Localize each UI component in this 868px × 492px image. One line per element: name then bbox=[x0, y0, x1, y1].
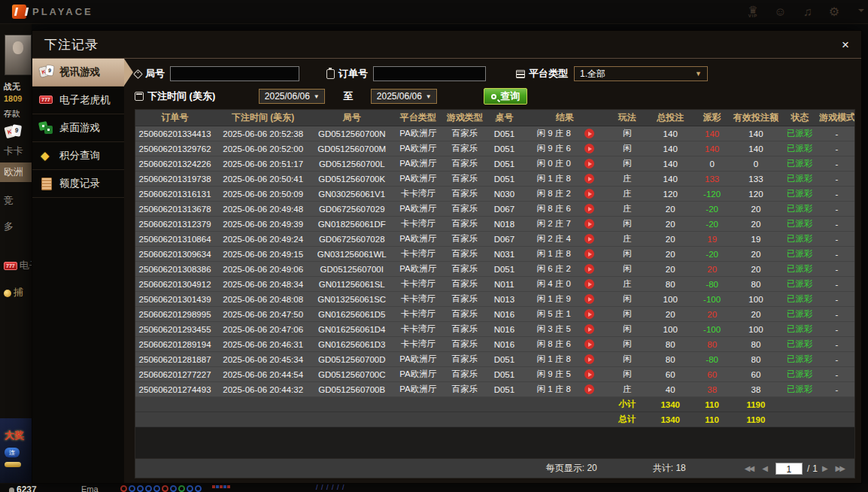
cell-table: D051 bbox=[486, 159, 524, 169]
cell-platform: PA欧洲厅 bbox=[392, 233, 444, 244]
replay-video-button[interactable] bbox=[584, 129, 594, 138]
replay-video-button[interactable] bbox=[584, 324, 594, 334]
road-dot-red bbox=[162, 485, 168, 492]
cell-game: 百家乐 bbox=[444, 323, 485, 335]
cell-table: D051 bbox=[486, 355, 524, 364]
sidebar-tab-4[interactable]: 额度记录 bbox=[32, 170, 124, 198]
bet-records-modal: 下注记录 × 视讯游戏电子老虎机桌面游戏积分查询额度记录 局号 订单号 平台类型 bbox=[32, 30, 862, 484]
cell-order: 250606201313678 bbox=[135, 205, 214, 214]
cell-round: GD0512560700K bbox=[311, 175, 392, 184]
nav-item-kaka[interactable]: 卡卡 bbox=[4, 144, 23, 158]
cell-round: GD0512560700I bbox=[311, 265, 392, 274]
replay-video-button[interactable] bbox=[584, 249, 594, 259]
table-row: 2506062013083862025-06-06 20:49:06GD0512… bbox=[135, 262, 854, 277]
promo-banner[interactable]: 大奖 连 bbox=[0, 418, 32, 483]
cell-payout: -20 bbox=[693, 205, 732, 214]
cell-order: 250606201319738 bbox=[135, 175, 214, 184]
cell-total_bet: 140 bbox=[648, 159, 693, 169]
sidebar-tab-2[interactable]: 桌面游戏 bbox=[32, 114, 124, 142]
cell-table: D051 bbox=[486, 265, 524, 274]
cell-valid_bet: 19 bbox=[731, 235, 780, 244]
nav-item-duo[interactable]: 多 bbox=[4, 220, 14, 233]
road-dot-red bbox=[120, 485, 127, 492]
next-page-icon[interactable]: ▶ bbox=[822, 464, 827, 472]
result-text: 闲 2 庄 7 bbox=[523, 218, 584, 229]
cell-result: 闲 9 庄 8 bbox=[523, 128, 606, 139]
replay-video-button[interactable] bbox=[584, 369, 594, 379]
sidebar-tab-0[interactable]: 视讯游戏 bbox=[32, 59, 124, 87]
sidebar-tab-3[interactable]: 积分查询 bbox=[32, 142, 124, 170]
cell-valid_bet: 20 bbox=[731, 265, 780, 274]
order-number-input[interactable] bbox=[373, 66, 486, 81]
replay-video-button[interactable] bbox=[584, 234, 594, 244]
date-to-picker[interactable]: 2025/06/06 ▼ bbox=[371, 89, 437, 104]
close-icon[interactable]: × bbox=[842, 38, 849, 51]
sidebar-tab-1[interactable]: 电子老虎机 bbox=[32, 87, 124, 114]
cell-platform: 卡卡湾厅 bbox=[392, 278, 444, 290]
lobby-bottom-strip: 6237 Ema / / / / / / bbox=[0, 484, 868, 492]
cell-result: 闲 5 庄 1 bbox=[523, 308, 606, 320]
nav-item-fishing[interactable]: 捕 bbox=[4, 286, 23, 299]
replay-video-button[interactable] bbox=[584, 204, 594, 214]
customer-service-icon[interactable]: ☺ bbox=[774, 6, 786, 18]
replay-video-button[interactable] bbox=[584, 159, 594, 169]
table-row: 2506062013197382025-06-06 20:50:41GD0512… bbox=[135, 172, 854, 187]
cell-valid_bet: 60 bbox=[731, 370, 780, 379]
last-page-icon[interactable]: ▶▶ bbox=[836, 464, 844, 472]
settings-gear-icon[interactable]: ⚙ bbox=[829, 6, 839, 18]
cell-payout: 20 bbox=[693, 310, 732, 319]
cell-payout: -20 bbox=[693, 220, 732, 229]
first-page-icon[interactable]: ◀◀ bbox=[745, 464, 753, 472]
cell-total_bet: 100 bbox=[648, 325, 693, 334]
vip-icon[interactable]: ♛ VIP bbox=[748, 6, 758, 18]
result-text: 闲 8 庄 2 bbox=[523, 188, 584, 199]
replay-video-button[interactable] bbox=[584, 144, 594, 153]
date-from-picker[interactable]: 2025/06/06 ▼ bbox=[259, 89, 325, 104]
cell-table: N016 bbox=[486, 325, 524, 334]
cell-table: N031 bbox=[486, 250, 524, 259]
cell-mode: - bbox=[819, 220, 854, 229]
deposit-button[interactable]: 存款 bbox=[4, 108, 20, 120]
dealer-name: Ema bbox=[81, 484, 99, 492]
cell-status: 已派彩 bbox=[780, 369, 819, 380]
replay-video-button[interactable] bbox=[584, 264, 594, 274]
column-header-game: 游戏类型 bbox=[444, 111, 485, 124]
round-number-input[interactable] bbox=[170, 66, 299, 81]
replay-video-button[interactable] bbox=[584, 309, 594, 319]
video-games-icon[interactable]: K9 bbox=[5, 125, 23, 140]
search-button[interactable]: 查询 bbox=[484, 88, 527, 105]
replay-video-button[interactable] bbox=[584, 219, 594, 229]
prev-page-icon[interactable]: ◀ bbox=[762, 464, 766, 472]
page-number-input[interactable]: 1 bbox=[775, 463, 803, 475]
cell-mode: - bbox=[819, 370, 854, 379]
cell-valid_bet: 80 bbox=[731, 355, 780, 364]
replay-video-button[interactable] bbox=[584, 339, 594, 349]
replay-video-button[interactable] bbox=[584, 384, 594, 394]
filter-row-2: 下注时间 (美东) 2025/06/06 ▼ 至 2025/06/06 ▼ 查询 bbox=[135, 88, 855, 105]
cell-play: 闲 bbox=[606, 128, 648, 139]
replay-video-button[interactable] bbox=[584, 174, 594, 184]
cell-table: D051 bbox=[486, 144, 524, 153]
music-icon[interactable]: ♫ bbox=[803, 6, 812, 18]
platform-type-select[interactable]: 1.全部 ▼ bbox=[574, 66, 708, 81]
cell-round: GN013256061SC bbox=[311, 295, 392, 304]
cell-mode: - bbox=[819, 295, 854, 304]
replay-video-button[interactable] bbox=[584, 189, 594, 199]
replay-video-button[interactable] bbox=[584, 294, 594, 304]
result-text: 闲 1 庄 8 bbox=[523, 173, 584, 184]
road-dot-green bbox=[178, 485, 185, 492]
cell-game: 百家乐 bbox=[444, 308, 485, 320]
bead-road-marks: / / / / / / bbox=[316, 484, 345, 491]
cell-platform: 卡卡湾厅 bbox=[392, 248, 444, 260]
nav-item-jing[interactable]: 竞 bbox=[4, 194, 14, 208]
slots-icon bbox=[39, 93, 54, 107]
nav-item-europe-active[interactable]: 欧洲 bbox=[0, 162, 32, 182]
column-header-play: 玩法 bbox=[606, 111, 648, 124]
replay-video-button[interactable] bbox=[584, 354, 594, 364]
result-text: 闲 9 庄 8 bbox=[523, 128, 584, 139]
cell-play: 闲 bbox=[606, 248, 648, 260]
table-row: 2506062013344132025-06-06 20:52:38GD0512… bbox=[135, 126, 854, 141]
cell-mode: - bbox=[819, 250, 854, 259]
nav-item-slots[interactable]: 777电子 bbox=[4, 259, 32, 272]
replay-video-button[interactable] bbox=[584, 279, 594, 289]
